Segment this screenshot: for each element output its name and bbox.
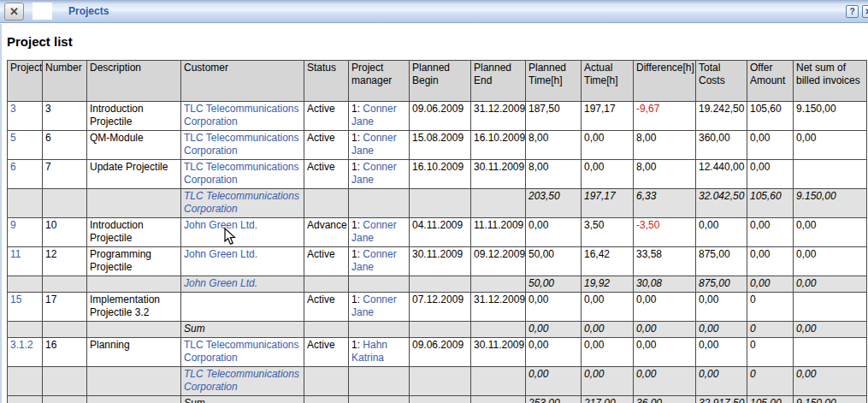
cell-actual-time: 217,00 — [582, 396, 634, 403]
cell-planned-time: 187,50 — [526, 102, 582, 131]
cell-planned-begin — [410, 322, 471, 338]
cell-planned-begin — [410, 189, 471, 218]
table-row: 1517Implementation Projectile 3.2Active1… — [8, 293, 867, 322]
cell-planned-time: 0,00 — [526, 322, 582, 338]
subtotal-customer-label: TLC Telecommunications Corporation — [184, 368, 299, 393]
customer-link[interactable]: TLC Telecommunications Corporation — [184, 161, 299, 186]
cell-customer: Sum — [181, 396, 304, 403]
cell-planned-time: 8,00 — [526, 131, 582, 160]
cell-planned-end — [471, 322, 526, 338]
cell-customer: TLC Telecommunications Corporation — [181, 160, 304, 189]
cell-net-sum: 9.150,00 — [794, 189, 867, 218]
cell-project: 3.1.2 — [8, 338, 43, 367]
customer-link[interactable]: TLC Telecommunications Corporation — [184, 103, 299, 127]
cell-net-sum: 0,00 — [794, 322, 867, 338]
column-header-end: Planned End — [471, 61, 526, 102]
cell-description — [87, 276, 181, 293]
cell-customer: TLC Telecommunications Corporation — [181, 102, 304, 131]
cell-total-costs: 32.917,50 — [696, 396, 747, 403]
cell-project — [8, 322, 43, 338]
cell-planned-time: 0,00 — [526, 293, 582, 322]
manager-prefix: 1: — [351, 339, 360, 351]
cell-planned-begin — [410, 367, 471, 396]
cell-project-manager: 1: Conner Jane — [349, 102, 410, 131]
cell-status: Active — [304, 338, 349, 367]
customer-link[interactable]: John Green Ltd. — [184, 248, 257, 260]
cell-number — [43, 322, 87, 338]
cell-planned-begin: 09.06.2009 — [410, 102, 471, 131]
cell-planned-time: 203,50 — [526, 189, 582, 218]
cell-project — [8, 396, 43, 403]
customer-link[interactable]: TLC Telecommunications Corporation — [184, 339, 299, 364]
table-row: Sum253,00217,0036,0032.917,50105,009.150… — [8, 396, 867, 403]
help-button[interactable]: ? — [846, 5, 859, 18]
cell-offer-amount: 0,00 — [747, 247, 794, 276]
cell-planned-end — [471, 367, 526, 396]
panel-close-button[interactable]: ✕ — [4, 3, 24, 21]
project-link[interactable]: 6 — [10, 161, 16, 173]
cell-actual-time: 0,00 — [582, 367, 634, 396]
cell-status: Active — [304, 160, 349, 189]
window-close-button[interactable]: ✕ — [862, 5, 868, 18]
cell-customer: Sum — [181, 322, 304, 338]
cell-offer-amount: 105,00 — [747, 396, 794, 403]
cell-number — [43, 396, 87, 403]
cell-project-manager: 1: Hahn Katrina — [349, 338, 410, 367]
project-link[interactable]: 11 — [10, 248, 21, 260]
project-link[interactable]: 3 — [10, 103, 16, 115]
cell-planned-time: 0,00 — [526, 338, 582, 367]
cell-actual-time: 197,17 — [582, 189, 634, 218]
cell-difference: 8,00 — [634, 160, 696, 189]
table-body: ProjectNumberDescriptionCustomerStatusPr… — [8, 61, 867, 403]
cell-status: Active — [304, 102, 349, 131]
cell-project: 3 — [8, 102, 43, 131]
cell-actual-time: 19,92 — [582, 276, 634, 293]
cell-project-manager — [349, 322, 410, 338]
cell-status — [304, 367, 349, 396]
cell-total-costs: 0,00 — [696, 218, 747, 247]
cell-planned-end — [471, 276, 526, 293]
column-header-project: Project — [8, 61, 43, 102]
table-row: Sum0,000,000,000,0000,00 — [8, 322, 867, 338]
cell-planned-end: 16.10.2009 — [471, 131, 526, 160]
project-link[interactable]: 15 — [10, 293, 21, 305]
cell-planned-time: 50,00 — [526, 276, 582, 293]
project-link[interactable]: 5 — [10, 132, 16, 144]
cell-offer-amount: 0 — [747, 293, 794, 322]
cell-planned-time: 253,00 — [526, 396, 582, 403]
column-header-description: Description — [87, 61, 181, 102]
cell-project-manager — [349, 276, 410, 293]
cell-description: Implementation Projectile 3.2 — [87, 293, 181, 322]
cell-status — [304, 396, 349, 403]
column-header-costs: Total Costs — [696, 61, 747, 102]
customer-link[interactable]: John Green Ltd. — [184, 219, 257, 231]
cell-actual-time: 0,00 — [582, 160, 634, 189]
cell-net-sum: 9.150,00 — [794, 396, 867, 403]
table-header-row: ProjectNumberDescriptionCustomerStatusPr… — [8, 61, 867, 102]
customer-link[interactable]: TLC Telecommunications Corporation — [184, 132, 299, 157]
cell-total-costs: 875,00 — [696, 247, 747, 276]
cell-project: 15 — [8, 293, 43, 322]
table-row: 67Update ProjectileTLC Telecommunication… — [8, 160, 867, 189]
cell-status — [304, 322, 349, 338]
column-header-net: Net sum of billed invoices — [794, 61, 867, 102]
cell-project — [8, 367, 43, 396]
cell-planned-begin: 04.11.2009 — [410, 218, 471, 247]
cell-net-sum — [794, 293, 867, 322]
cell-project: 6 — [8, 160, 43, 189]
cell-planned-begin: 30.11.2009 — [410, 247, 471, 276]
cell-status: Advance — [304, 218, 349, 247]
project-link[interactable]: 9 — [10, 219, 16, 231]
title-bar: ✕ Projects ? ✕ — [0, 0, 868, 23]
cell-planned-end: 11.11.2009 — [471, 218, 526, 247]
column-header-status: Status — [304, 61, 349, 102]
cell-project-manager — [349, 367, 410, 396]
cell-project-manager: 1: Conner Jane — [349, 160, 410, 189]
sum-label: Sum — [184, 323, 205, 335]
table-row: John Green Ltd.50,0019,9230,08875,000,00… — [8, 276, 867, 293]
cell-customer: John Green Ltd. — [181, 247, 304, 276]
project-link[interactable]: 3.1.2 — [10, 339, 33, 351]
table-row: 910Introduction ProjectileJohn Green Ltd… — [8, 218, 867, 247]
table-row: 33Introduction ProjectileTLC Telecommuni… — [8, 102, 867, 131]
cell-offer-amount: 105,60 — [747, 189, 794, 218]
